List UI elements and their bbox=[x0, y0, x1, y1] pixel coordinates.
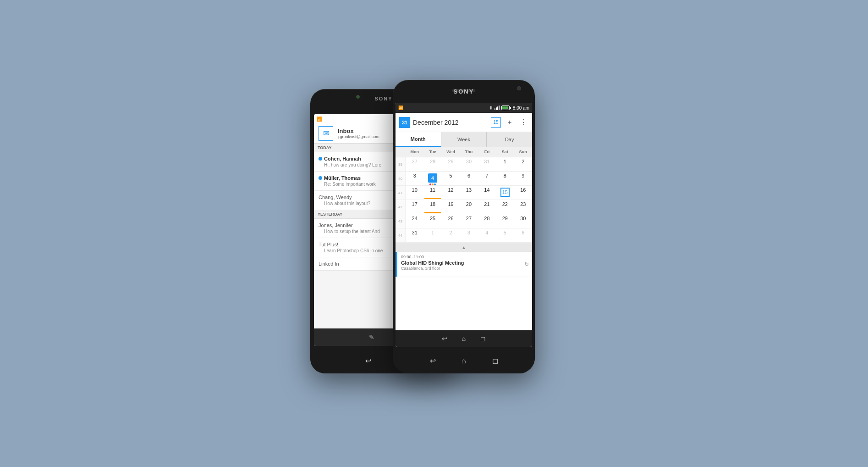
unread-indicator bbox=[319, 157, 322, 161]
cal-cell[interactable]: 14 bbox=[478, 186, 496, 200]
cal-status-bar: 📶 ⣿ bbox=[396, 103, 532, 113]
cal-cell[interactable]: 17 bbox=[406, 200, 423, 214]
phone-front: SONY 📶 ⣿ bbox=[393, 80, 535, 373]
cal-cell[interactable]: 11 bbox=[423, 186, 441, 200]
email-icon: ✉ bbox=[319, 126, 333, 141]
week-num: 44 bbox=[396, 228, 406, 242]
cal-cell[interactable]: 1 bbox=[423, 228, 441, 242]
home-button[interactable]: ⌂ bbox=[462, 335, 466, 342]
cal-cell[interactable]: 30 bbox=[514, 214, 532, 228]
week-row-40: 40 3 4 5 6 7 8 bbox=[396, 172, 532, 186]
cal-cell[interactable]: 31 bbox=[406, 228, 423, 242]
day-headers-row: Mon Tue Wed Thu Fri Sat Sun bbox=[396, 147, 532, 157]
cal-cell[interactable]: 2 bbox=[442, 228, 460, 242]
cal-cell[interactable]: 3 bbox=[406, 172, 423, 185]
signal-bar-3 bbox=[497, 106, 498, 110]
battery-indicator bbox=[501, 106, 511, 110]
cal-cell[interactable]: 31 bbox=[478, 157, 496, 171]
week-row-39: 39 27 28 29 30 31 1 2 bbox=[396, 157, 532, 172]
cal-cell[interactable]: 5 bbox=[496, 228, 514, 242]
add-event-button[interactable]: + bbox=[505, 117, 515, 128]
cal-cell[interactable]: 19 bbox=[442, 200, 460, 214]
cal-cell[interactable]: 24 bbox=[406, 214, 423, 228]
cal-cell[interactable]: 29 bbox=[496, 214, 514, 228]
home-button-front[interactable]: ⌂ bbox=[457, 355, 470, 367]
week-num-header bbox=[396, 147, 406, 157]
cal-cell[interactable]: 20 bbox=[460, 200, 478, 214]
cal-cell[interactable]: 7 bbox=[478, 172, 496, 185]
brand-back: SONY bbox=[374, 96, 392, 101]
cal-cell[interactable]: 28 bbox=[423, 157, 441, 171]
sync-icon: ↻ bbox=[521, 252, 532, 277]
cal-cell[interactable]: 6 bbox=[460, 172, 478, 185]
week-num: 42 bbox=[396, 200, 406, 214]
event-title: Global HID Shingi Meeting bbox=[401, 260, 517, 266]
inbox-account: j.gronkvist@gmail.com bbox=[338, 134, 379, 139]
cal-cell[interactable]: 5 bbox=[442, 172, 460, 185]
week-row-41: 41 10 11 12 13 14 15 16 bbox=[396, 186, 532, 200]
sim-icon: ⣿ bbox=[490, 106, 493, 110]
back-button[interactable]: ↩ bbox=[442, 335, 447, 342]
event-list: 09:00–11:00 Global HID Shingi Meeting Ca… bbox=[396, 252, 532, 330]
day-header-wed: Wed bbox=[442, 147, 460, 157]
screen-nav-bar: ↩ ⌂ ◻ bbox=[396, 330, 532, 347]
today-button[interactable]: 15 bbox=[491, 117, 501, 128]
week-num: 43 bbox=[396, 214, 406, 228]
cal-cell[interactable]: 28 bbox=[478, 214, 496, 228]
back-button[interactable]: ↩ bbox=[362, 355, 374, 367]
recents-button-front[interactable]: ◻ bbox=[489, 355, 501, 367]
event-dot bbox=[434, 183, 436, 185]
cal-cell[interactable]: 13 bbox=[460, 186, 478, 200]
status-right: ⣿ 8:00 am bbox=[490, 106, 529, 111]
cal-cell-today[interactable]: 4 bbox=[423, 172, 441, 185]
compose-icon[interactable]: ✎ bbox=[369, 334, 374, 341]
cal-cell[interactable]: 10 bbox=[406, 186, 423, 200]
cal-cell[interactable]: 2 bbox=[514, 157, 532, 171]
week-num: 39 bbox=[396, 157, 406, 171]
tab-week[interactable]: Week bbox=[441, 132, 487, 147]
signal-bar-2 bbox=[496, 107, 497, 110]
month-year-title: December 2012 bbox=[413, 119, 488, 126]
cal-cell[interactable]: 18 bbox=[423, 200, 441, 214]
day-header-sun: Sun bbox=[514, 147, 532, 157]
brand-front: SONY bbox=[454, 88, 474, 95]
cal-header-icons: 15 + ⋮ bbox=[491, 117, 528, 128]
cal-cell[interactable]: 29 bbox=[442, 157, 460, 171]
cal-cell[interactable]: 12 bbox=[442, 186, 460, 200]
cal-cell[interactable]: 21 bbox=[478, 200, 496, 214]
cal-cell[interactable]: 3 bbox=[460, 228, 478, 242]
cal-cell[interactable]: 23 bbox=[514, 200, 532, 214]
week-num: 40 bbox=[396, 172, 406, 185]
day-header-fri: Fri bbox=[478, 147, 496, 157]
inbox-title: Inbox bbox=[338, 128, 379, 134]
cal-cell[interactable]: 22 bbox=[496, 200, 514, 214]
event-dot bbox=[429, 183, 431, 185]
cal-cell[interactable]: 30 bbox=[460, 157, 478, 171]
calendar-app: 📶 ⣿ bbox=[396, 103, 532, 347]
cal-cell-selected[interactable]: 15 bbox=[496, 186, 514, 200]
collapse-button[interactable]: ▲ bbox=[396, 243, 532, 252]
cal-cell[interactable]: 9 bbox=[514, 172, 532, 185]
event-location: Casablanca, 3rd floor bbox=[401, 266, 517, 271]
back-button-front[interactable]: ↩ bbox=[426, 355, 439, 367]
more-options-button[interactable]: ⋮ bbox=[518, 117, 528, 128]
clock-time: 8:00 am bbox=[513, 106, 529, 111]
cal-cell[interactable]: 16 bbox=[514, 186, 532, 200]
cal-cell[interactable]: 8 bbox=[496, 172, 514, 185]
cal-cell[interactable]: 6 bbox=[514, 228, 532, 242]
cal-cell[interactable]: 1 bbox=[496, 157, 514, 171]
tab-day[interactable]: Day bbox=[487, 132, 532, 147]
tab-month[interactable]: Month bbox=[396, 132, 441, 147]
cal-cell[interactable]: 26 bbox=[442, 214, 460, 228]
day-header-thu: Thu bbox=[460, 147, 478, 157]
camera-front bbox=[517, 86, 521, 90]
event-time: 09:00–11:00 bbox=[401, 255, 517, 259]
cal-cell[interactable]: 4 bbox=[478, 228, 496, 242]
cal-cell[interactable]: 25 bbox=[423, 214, 441, 228]
day-header-tue: Tue bbox=[423, 147, 441, 157]
cal-cell[interactable]: 27 bbox=[406, 157, 423, 171]
cal-cell[interactable]: 27 bbox=[460, 214, 478, 228]
camera-back bbox=[356, 95, 360, 99]
recents-button[interactable]: ◻ bbox=[480, 335, 486, 342]
event-item[interactable]: 09:00–11:00 Global HID Shingi Meeting Ca… bbox=[396, 252, 532, 277]
